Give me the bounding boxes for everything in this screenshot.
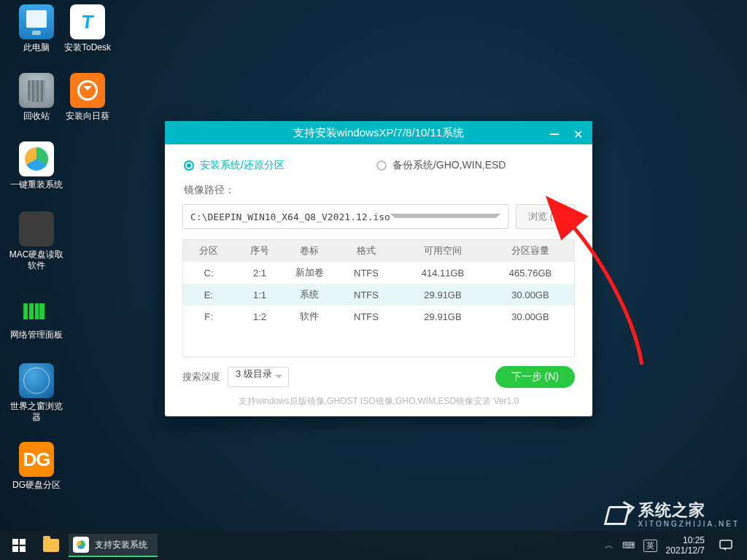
radio-install[interactable]: 安装系统/还原分区 (184, 159, 285, 172)
radio-install-label: 安装系统/还原分区 (200, 159, 285, 172)
desktop-icon-reinstall[interactable]: 一键重装系统 (9, 141, 64, 190)
cell-fs: NTFS (333, 311, 399, 322)
cell-free: 29.91GB (399, 311, 487, 322)
window-body: 安装系统/还原分区 备份系统/GHO,WIN,ESD 镜像路径： C:\DEEP… (165, 144, 592, 416)
table-row[interactable]: E: 1:1 系统 NTFS 29.91GB 30.00GB (183, 284, 574, 306)
watermark-en: XITONGZHIJIA.NET (638, 520, 740, 528)
svg-rect-2 (12, 546, 18, 552)
windows-icon (12, 539, 26, 552)
window-title: 支持安装windowsXP/7/8/10/11系统 (293, 126, 464, 140)
system-tray: ︿ ⌨ 英 10:25 2021/12/7 (605, 531, 743, 560)
keyboard-icon[interactable]: ⌨ (622, 540, 635, 551)
dg-icon: DG (19, 442, 54, 477)
svg-rect-0 (12, 539, 18, 545)
cell-free: 414.11GB (399, 268, 487, 279)
mode-radios: 安装系统/还原分区 备份系统/GHO,WIN,ESD (182, 158, 575, 182)
installer-app-icon (73, 537, 89, 553)
file-explorer-button[interactable] (36, 531, 66, 560)
desktop-icon-disk-genius[interactable]: DGDG硬盘分区 (9, 442, 64, 491)
installer-window: 支持安装windowsXP/7/8/10/11系统 ✕ 安装系统/还原分区 备份… (165, 121, 592, 416)
reinstall-icon (19, 141, 54, 176)
next-button[interactable]: 下一步 (N) (495, 366, 575, 388)
taskbar-clock[interactable]: 10:25 2021/12/7 (666, 535, 705, 556)
search-depth-select[interactable]: 3 级目录 (228, 367, 289, 387)
col-label: 卷标 (285, 244, 333, 257)
image-path-row: C:\DEEPIN_WIN10_X64_Q8_V2021.12.iso 浏览 (… (182, 204, 575, 229)
desktop-icon-mac-disk[interactable]: MAC硬盘读取软件 (9, 211, 64, 271)
cell-label: 软件 (285, 310, 333, 323)
browse-button[interactable]: 浏览 (B) (516, 204, 575, 229)
hint-text: 支持windows原版镜像,GHOST ISO镜像,GHO,WIM,ESD镜像安… (182, 388, 575, 409)
table-row[interactable]: F: 1:2 软件 NTFS 29.91GB 30.00GB (183, 306, 574, 327)
desktop-icon-todesk[interactable]: T安装ToDesk (60, 4, 115, 53)
svg-rect-3 (20, 546, 26, 552)
cell-fs: NTFS (333, 268, 399, 279)
cell-size: 30.00GB (487, 311, 574, 322)
apple-icon (19, 211, 54, 246)
notification-icon (719, 540, 732, 551)
image-path-value: C:\DEEPIN_WIN10_X64_Q8_V2021.12.iso (190, 211, 390, 222)
cell-size: 465.76GB (487, 268, 574, 279)
folder-icon (43, 539, 59, 552)
sun-icon (70, 73, 105, 108)
cell-label: 系统 (285, 288, 333, 301)
svg-rect-1 (20, 539, 26, 545)
titlebar[interactable]: 支持安装windowsXP/7/8/10/11系统 ✕ (165, 121, 592, 144)
cell-fs: NTFS (333, 289, 399, 300)
col-free: 可用空间 (399, 244, 487, 257)
taskbar-app-installer[interactable]: 支持安装系统 (69, 534, 158, 557)
recycle-bin-icon (19, 73, 54, 108)
close-button[interactable]: ✕ (568, 124, 588, 144)
cell-no: 1:1 (234, 289, 285, 300)
col-fs: 格式 (333, 244, 399, 257)
cell-free: 29.91GB (399, 289, 487, 300)
cell-size: 30.00GB (487, 289, 574, 300)
clock-time: 10:25 (666, 535, 705, 545)
window-controls: ✕ (544, 121, 588, 147)
desktop-icon-net-panel[interactable]: 网络管理面板 (9, 292, 64, 341)
col-part: 分区 (183, 244, 234, 257)
cell-part: E: (183, 289, 234, 300)
action-center-button[interactable] (713, 531, 738, 560)
watermark: 系统之家 XITONGZHIJIA.NET (606, 499, 740, 528)
bars-icon (19, 292, 54, 327)
taskbar-app-label: 支持安装系统 (95, 539, 147, 551)
col-no: 序号 (234, 244, 285, 257)
table-header: 分区 序号 卷标 格式 可用空间 分区容量 (183, 240, 574, 262)
ime-icon[interactable]: 英 (643, 540, 657, 552)
partition-table: 分区 序号 卷标 格式 可用空间 分区容量 C: 2:1 新加卷 NTFS 41… (182, 239, 575, 357)
search-depth-label: 搜索深度 (182, 370, 220, 384)
cell-part: C: (183, 268, 234, 279)
desktop-icon-world-browser[interactable]: 世界之窗浏览器 (9, 363, 64, 423)
search-depth-value: 3 级目录 (236, 368, 272, 379)
cell-label: 新加卷 (285, 266, 333, 279)
todesk-icon: T (70, 4, 105, 39)
cell-part: F: (183, 311, 234, 322)
image-path-combobox[interactable]: C:\DEEPIN_WIN10_X64_Q8_V2021.12.iso (182, 204, 508, 229)
minimize-button[interactable] (544, 124, 565, 144)
radio-dot-icon (184, 160, 194, 171)
image-path-label: 镜像路径： (184, 184, 575, 197)
globe-icon (19, 363, 54, 398)
desktop-icon-sunflower[interactable]: 安装向日葵 (60, 73, 115, 122)
radio-backup[interactable]: 备份系统/GHO,WIN,ESD (376, 159, 506, 172)
svg-rect-4 (720, 540, 732, 548)
watermark-cn: 系统之家 (638, 499, 740, 521)
chevron-down-icon[interactable] (390, 214, 500, 222)
cell-no: 2:1 (234, 268, 285, 279)
table-row[interactable]: C: 2:1 新加卷 NTFS 414.11GB 465.76GB (183, 262, 574, 284)
radio-dot-icon (376, 160, 387, 171)
desktop-icon-recycle-bin[interactable]: 回收站 (9, 73, 64, 122)
tray-chevron-up-icon[interactable]: ︿ (605, 540, 614, 552)
start-button[interactable] (4, 531, 34, 560)
radio-backup-label: 备份系统/GHO,WIN,ESD (392, 159, 506, 172)
cell-no: 1:2 (234, 311, 285, 322)
footer: 搜索深度 3 级目录 下一步 (N) (182, 357, 575, 388)
taskbar: 支持安装系统 ︿ ⌨ 英 10:25 2021/12/7 (0, 531, 747, 560)
house-icon (606, 503, 632, 525)
clock-date: 2021/12/7 (666, 545, 705, 556)
desktop-icon-this-pc[interactable]: 此电脑 (9, 4, 64, 53)
col-size: 分区容量 (487, 244, 574, 257)
table-empty-area (183, 327, 574, 357)
monitor-icon (19, 4, 54, 39)
